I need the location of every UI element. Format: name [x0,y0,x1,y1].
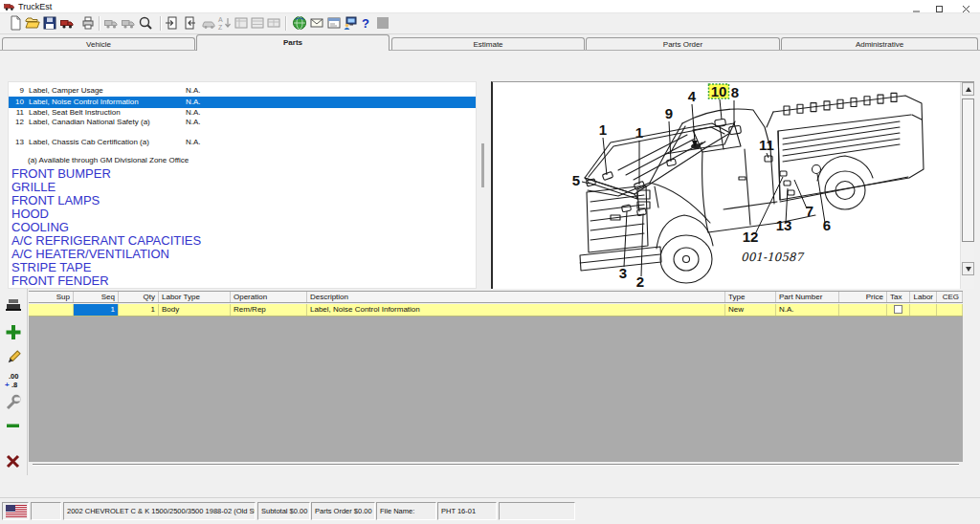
list-item[interactable]: 13Label, Chassis Cab Certification (a)N.… [9,137,476,148]
title-bar: TruckEst [0,0,980,13]
zoom-button[interactable] [138,15,154,32]
cell-labor-type[interactable]: Body [159,304,231,316]
toolbar-separator [99,16,100,31]
cell-labor[interactable] [910,304,937,316]
callout-8[interactable]: 8 [731,84,739,100]
arrow-up-icon [966,87,971,92]
us-flag-icon [6,505,27,517]
item-label: Label, Camper Usage [29,86,103,95]
arrow-down-icon [966,267,971,272]
print-button[interactable] [80,15,97,32]
link-front-lamps[interactable]: FRONT LAMPS [11,194,100,207]
callout-1a[interactable]: 1 [599,121,607,138]
web-button[interactable] [292,15,308,32]
grid-header: Sup Seq Qty Labor Type Operation Descrip… [29,291,963,303]
truck-estimate-button[interactable] [59,15,76,32]
item-value: N.A. [186,137,201,148]
new-file-button[interactable] [8,15,24,32]
link-ac-refrigerant[interactable]: A/C REFRIGERANT CAPACITIES [11,234,201,248]
cell-sup[interactable] [29,304,74,316]
cell-description[interactable]: Label, Noise Control Information [307,304,725,316]
list-item[interactable]: 9Label, Camper UsageN.A. [9,85,476,97]
tax-checkbox[interactable] [894,305,902,314]
tab-administrative[interactable]: Administrative [781,37,978,51]
cell-seq-selected[interactable]: 1 [74,304,119,316]
link-stripe-tape[interactable]: STRIPE TAPE [11,261,91,274]
col-labor-type: Labor Type [159,292,231,302]
cell-tax[interactable] [887,304,910,316]
edit-line-button[interactable] [4,348,23,367]
import-button[interactable] [165,15,181,32]
tab-vehicle[interactable]: Vehicle [2,37,195,51]
open-file-button[interactable] [25,15,41,32]
tab-estimate[interactable]: Estimate [391,37,585,51]
callout-13[interactable]: 13 [776,217,792,233]
toolbar-separator [285,16,286,31]
close-button[interactable] [955,0,976,13]
callout-2[interactable]: 2 [636,273,644,288]
online-user-button[interactable] [343,15,359,32]
scroll-up-button[interactable] [962,82,974,96]
remove-line-button[interactable] [4,416,23,435]
help-button[interactable]: ? [360,15,371,32]
diagram-caption: 001-10587 [741,251,804,264]
sort-button[interactable]: AZ [217,15,234,32]
cell-qty[interactable]: 1 [119,304,159,316]
link-hood[interactable]: HOOD [11,207,49,221]
callout-3[interactable]: 3 [619,265,627,281]
cell-price[interactable] [839,304,887,316]
price-decimal-button[interactable]: .00+.8 [4,371,23,390]
delete-line-button[interactable] [4,452,23,471]
sort-az-icon: AZ [217,15,233,31]
item-label: Label, Canadian National Safety (a) [29,118,150,126]
print-grid-button[interactable] [4,296,23,316]
save-button[interactable] [42,15,58,32]
minimize-button[interactable] [905,0,926,13]
cell-ceg[interactable] [937,304,963,316]
tab-parts-order[interactable]: Parts Order [586,37,780,51]
cell-type[interactable]: New [725,304,776,316]
link-cooling[interactable]: COOLING [11,221,69,234]
callout-10-highlighted[interactable]: 10 [711,83,727,99]
grid-3-button[interactable] [266,15,282,32]
callout-7[interactable]: 7 [806,203,813,219]
printer-icon [80,15,96,31]
callout-1b[interactable]: 1 [635,124,643,141]
grid-1-button[interactable] [234,15,250,32]
callout-5[interactable]: 5 [572,172,580,188]
add-line-button[interactable] [4,323,23,342]
link-ac-heater[interactable]: A/C HEATER/VENTILATION [11,248,169,261]
callout-9[interactable]: 9 [665,105,673,121]
prev-vehicle-button[interactable] [103,15,120,32]
col-tax: Tax [887,292,910,302]
truck-icon [59,15,75,31]
grid-2-button[interactable] [250,15,266,32]
diagram-scrollbar[interactable] [960,82,974,289]
tab-parts[interactable]: Parts [196,34,390,51]
maximize-button[interactable] [928,0,949,13]
callout-4[interactable]: 4 [688,88,697,104]
list-item[interactable]: 12Label, Canadian National Safety (a)N.A… [9,117,476,128]
link-grille[interactable]: GRILLE [11,181,56,194]
scrollbar-thumb[interactable] [962,98,974,242]
scroll-down-button[interactable] [962,262,974,275]
cell-operation[interactable]: Rem/Rep [231,304,307,316]
callout-11[interactable]: 11 [759,137,774,153]
vehicle-gray-button[interactable] [201,15,217,32]
link-front-fender[interactable]: FRONT FENDER [11,274,109,288]
next-vehicle-button[interactable] [121,15,137,32]
email-button[interactable] [309,15,325,32]
spacer-button[interactable] [375,15,391,32]
grid-row[interactable]: 1 1 Body Rem/Rep Label, Noise Control In… [29,304,963,317]
export-button[interactable] [182,15,198,32]
decimal-icon: .00+.8 [4,371,23,390]
left-scrollbar-thumb[interactable] [481,143,484,187]
callout-6[interactable]: 6 [823,217,831,233]
adjust-wrench-button[interactable] [4,393,23,412]
link-front-bumper[interactable]: FRONT BUMPER [11,167,111,181]
address-book-button[interactable] [326,15,343,32]
cell-part-number[interactable]: N.A. [776,304,839,316]
vehicle-description: 2002 CHEVROLET C & K 1500/2500/3500 1988… [63,502,256,520]
wrench-icon [4,393,23,412]
callout-12[interactable]: 12 [743,229,759,245]
